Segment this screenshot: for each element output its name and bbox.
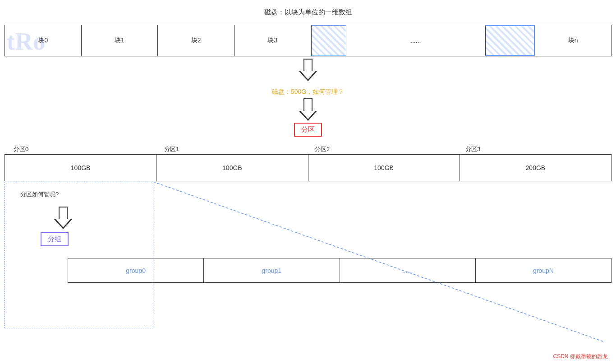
arrow-3 xyxy=(54,207,72,229)
top-title: 磁盘：以块为单位的一维数组 xyxy=(0,8,616,17)
disk-cell-0: 块0 xyxy=(5,25,82,56)
arrow-2-head xyxy=(299,111,317,121)
partition-cell-2: 100GB xyxy=(308,155,460,181)
arrow-1 xyxy=(299,59,317,81)
partition-cell-3: 200GB xyxy=(460,155,611,181)
arrow-2-shaft xyxy=(303,98,313,111)
arrow-1-shaft xyxy=(303,59,313,71)
group-cell-n: groupN xyxy=(476,258,611,282)
arrow-3-head xyxy=(54,219,72,229)
partition-label-2: 分区2 xyxy=(310,145,461,153)
partition-label-3: 分区3 xyxy=(461,145,611,153)
fenzu-box: 分组 xyxy=(41,232,69,246)
sub-area-box xyxy=(5,182,153,328)
partition-table: 100GB 100GB 100GB 200GB xyxy=(5,154,611,181)
group-cell-0: group0 xyxy=(68,258,204,282)
arrow-1-head xyxy=(299,71,317,81)
disk-cell-n: 块n xyxy=(535,25,611,56)
partition-cell-0: 100GB xyxy=(5,155,156,181)
label-500g: 磁盘：500G，如何管理？ xyxy=(0,88,616,96)
disk-cell-1: 块1 xyxy=(82,25,158,56)
disk-cell-hatched-1 xyxy=(311,25,347,56)
partition-label-0: 分区0 xyxy=(5,145,160,153)
arrow-3-shaft xyxy=(59,207,68,219)
group-cell-1: group1 xyxy=(204,258,340,282)
sub-question-label: 分区如何管呢? xyxy=(20,190,59,198)
disk-cell-3: 块3 xyxy=(234,25,311,56)
group-cell-dots: ...... xyxy=(340,258,476,282)
disk-cell-hatched-2 xyxy=(485,25,535,56)
arrow-2 xyxy=(299,98,317,121)
group-table: group0 group1 ...... groupN xyxy=(68,258,611,283)
partition-label-1: 分区1 xyxy=(160,145,310,153)
partition-cell-1: 100GB xyxy=(156,155,308,181)
disk-cell-dots: ...... xyxy=(346,25,485,56)
disk-array: 块0 块1 块2 块3 ...... 块n xyxy=(5,25,611,56)
partition-labels: 分区0 分区1 分区2 分区3 xyxy=(5,145,611,153)
fenqu-box: 分区 xyxy=(294,123,322,137)
disk-cell-2: 块2 xyxy=(158,25,234,56)
watermark: CSDN @戴墨镜的恐龙 xyxy=(553,353,608,360)
main-container: tRo 磁盘：以块为单位的一维数组 块0 块1 块2 块3 ...... 块n … xyxy=(0,0,616,364)
